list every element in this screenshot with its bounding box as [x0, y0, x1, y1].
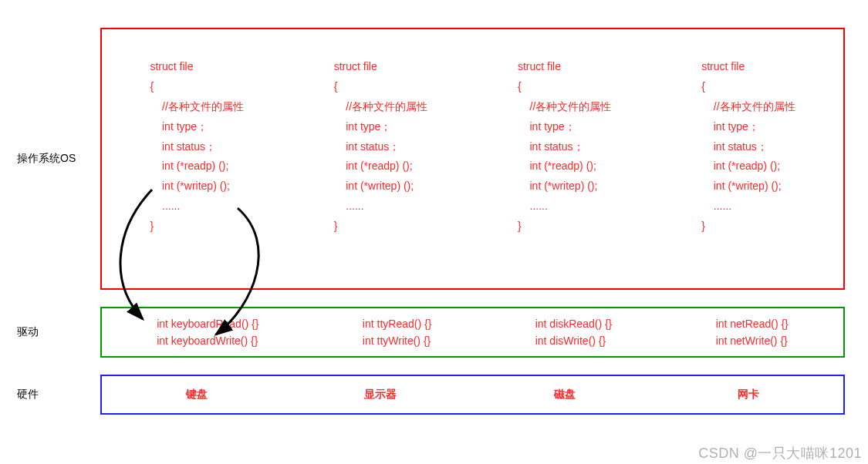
- os-label: 操作系统OS: [0, 152, 100, 166]
- hw-monitor: 显示器: [326, 385, 434, 405]
- driver-net: int netRead() {} int netWrite() {}: [716, 315, 789, 350]
- driver-tty: int ttyRead() {} int ttyWrite() {}: [363, 315, 432, 350]
- struct-file-2: struct file { //各种文件的属性 int type； int st…: [518, 57, 611, 237]
- os-layer: 操作系统OS struct file { //各种文件的属性 int type；…: [0, 28, 868, 290]
- os-box: struct file { //各种文件的属性 int type； int st…: [100, 28, 845, 290]
- hardware-layer: 硬件 键盘 显示器 磁盘 网卡: [0, 375, 868, 415]
- driver-keyboard: int keyboardRead() {} int keyboardWrite(…: [157, 315, 258, 350]
- hw-keyboard: 键盘: [143, 385, 251, 405]
- struct-file-3: struct file { //各种文件的属性 int type； int st…: [701, 57, 795, 237]
- driver-label: 驱动: [0, 325, 100, 339]
- struct-file-1: struct file { //各种文件的属性 int type； int st…: [334, 57, 427, 237]
- hardware-box: 键盘 显示器 磁盘 网卡: [100, 375, 845, 415]
- driver-disk: int diskRead() {} int disWrite() {}: [535, 315, 613, 350]
- driver-box: int keyboardRead() {} int keyboardWrite(…: [100, 307, 845, 358]
- watermark: CSDN @一只大喵咪1201: [698, 444, 862, 462]
- driver-layer: 驱动 int keyboardRead() {} int keyboardWri…: [0, 307, 868, 358]
- struct-file-0: struct file { //各种文件的属性 int type； int st…: [150, 57, 243, 237]
- hw-netcard: 网卡: [694, 385, 802, 405]
- hw-disk: 磁盘: [511, 385, 619, 405]
- hardware-label: 硬件: [0, 388, 100, 402]
